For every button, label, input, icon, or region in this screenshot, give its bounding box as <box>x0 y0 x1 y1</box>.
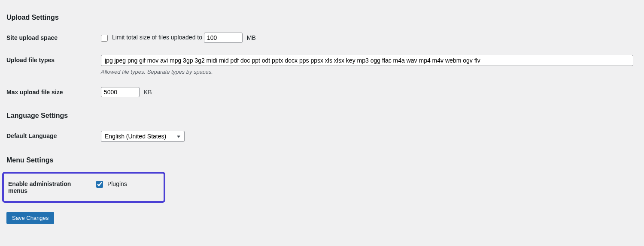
save-changes-button[interactable]: Save Changes <box>6 212 54 224</box>
site-upload-space-label: Site upload space <box>6 27 101 49</box>
upload-settings-heading: Upload Settings <box>6 14 638 21</box>
limit-upload-text: Limit total size of files uploaded to <box>112 34 202 41</box>
plugins-checkbox[interactable] <box>96 181 103 188</box>
enable-admin-menus-label: Enable administration menus <box>8 178 96 197</box>
upload-file-types-input[interactable] <box>101 55 633 66</box>
enable-admin-menus-highlight: Enable administration menus Plugins <box>2 172 165 203</box>
max-upload-size-unit: KB <box>144 89 152 96</box>
max-upload-size-label: Max upload file size <box>6 81 101 103</box>
upload-file-types-label: Upload file types <box>6 49 101 81</box>
limit-upload-checkbox[interactable] <box>101 35 108 42</box>
language-settings-heading: Language Settings <box>6 112 638 120</box>
default-language-select[interactable]: English (United States) <box>101 131 185 142</box>
limit-upload-unit: MB <box>247 34 256 41</box>
upload-file-types-description: Allowed file types. Separate types by sp… <box>101 69 633 75</box>
limit-upload-size-input[interactable] <box>204 33 243 43</box>
default-language-label: Default Language <box>6 125 101 148</box>
max-upload-size-input[interactable] <box>101 87 140 97</box>
plugins-checkbox-label: Plugins <box>107 180 127 187</box>
menu-settings-heading: Menu Settings <box>6 156 638 164</box>
